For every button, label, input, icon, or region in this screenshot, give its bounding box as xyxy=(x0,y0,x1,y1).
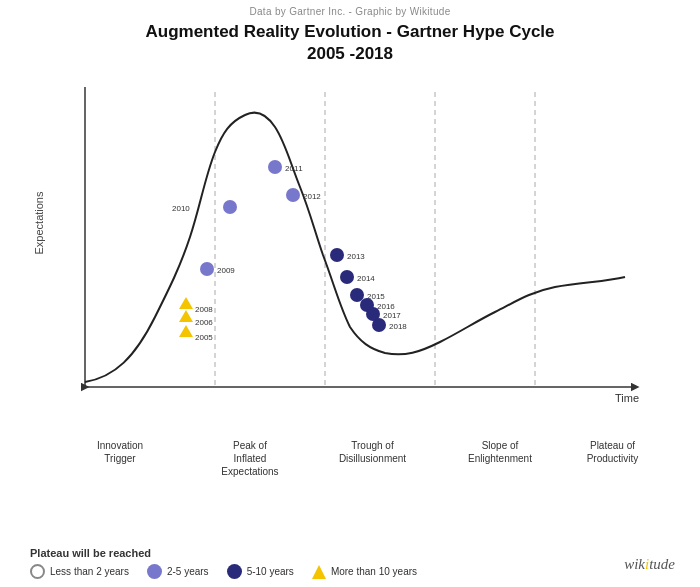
svg-text:2014: 2014 xyxy=(357,274,375,283)
wikitude-dot: i xyxy=(645,556,649,572)
phase-label-trough: Trough ofDisillusionment xyxy=(335,439,410,465)
legend-items: Less than 2 years 2-5 years 5-10 years M… xyxy=(30,564,530,579)
legend-item-dark-circle: 5-10 years xyxy=(227,564,294,579)
legend-title: Plateau will be reached xyxy=(30,547,530,559)
legend-label-less2: Less than 2 years xyxy=(50,566,129,577)
svg-text:2010: 2010 xyxy=(172,204,190,213)
svg-text:2013: 2013 xyxy=(347,252,365,261)
svg-text:2009: 2009 xyxy=(217,266,235,275)
legend-symbol-dark xyxy=(227,564,242,579)
y-axis-label: Expectations xyxy=(33,192,45,255)
phase-label-slope: Slope of Enlightenment xyxy=(460,439,540,465)
svg-text:Time: Time xyxy=(615,392,639,404)
svg-point-16 xyxy=(268,160,282,174)
legend-item-medium-circle: 2-5 years xyxy=(147,564,209,579)
main-container: Data by Gartner Inc. - Graphic by Wikitu… xyxy=(0,0,700,587)
svg-text:2012: 2012 xyxy=(303,192,321,201)
svg-point-30 xyxy=(372,318,386,332)
svg-point-14 xyxy=(223,200,237,214)
svg-point-24 xyxy=(350,288,364,302)
title-area: Augmented Reality Evolution - Gartner Hy… xyxy=(0,21,700,65)
wikitude-logo: wikitude xyxy=(624,556,675,573)
phase-labels-row: InnovationTrigger Peak ofInflatedExpecta… xyxy=(85,439,645,478)
svg-marker-8 xyxy=(179,310,193,322)
legend-item-triangle: More than 10 years xyxy=(312,565,417,579)
legend-symbol-medium xyxy=(147,564,162,579)
svg-marker-10 xyxy=(179,297,193,309)
svg-text:2008: 2008 xyxy=(195,305,213,314)
svg-marker-6 xyxy=(179,325,193,337)
chart-title-line1: Augmented Reality Evolution - Gartner Hy… xyxy=(0,21,700,43)
chart-svg: 2005 2006 2008 2009 2010 2011 2012 2013 xyxy=(45,77,665,437)
legend-label-more10: More than 10 years xyxy=(331,566,417,577)
svg-text:2018: 2018 xyxy=(389,322,407,331)
legend-symbol-empty xyxy=(30,564,45,579)
svg-text:2005: 2005 xyxy=(195,333,213,342)
svg-text:2006: 2006 xyxy=(195,318,213,327)
svg-text:2016: 2016 xyxy=(377,302,395,311)
svg-text:2011: 2011 xyxy=(285,164,303,173)
credit-text: Data by Gartner Inc. - Graphic by Wikitu… xyxy=(0,0,700,17)
phase-label-plateau: Plateau ofProductivity xyxy=(580,439,645,465)
chart-title-line2: 2005 -2018 xyxy=(0,43,700,65)
svg-point-12 xyxy=(200,262,214,276)
legend-area: Plateau will be reached Less than 2 year… xyxy=(30,547,530,579)
phase-label-peak: Peak ofInflatedExpectations xyxy=(215,439,285,478)
legend-label-2to5: 2-5 years xyxy=(167,566,209,577)
legend-item-empty-circle: Less than 2 years xyxy=(30,564,129,579)
legend-symbol-triangle xyxy=(312,565,326,579)
svg-point-22 xyxy=(340,270,354,284)
svg-point-20 xyxy=(330,248,344,262)
svg-text:2017: 2017 xyxy=(383,311,401,320)
phase-label-innovation: InnovationTrigger xyxy=(85,439,155,465)
legend-label-5to10: 5-10 years xyxy=(247,566,294,577)
svg-point-18 xyxy=(286,188,300,202)
